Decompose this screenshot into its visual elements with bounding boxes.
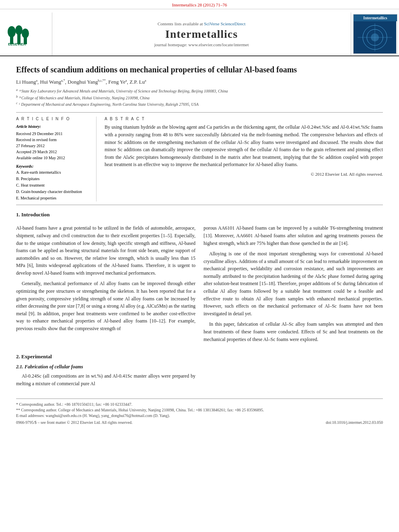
journal-header-center: Contents lists available at SciVerse Sci…	[52, 12, 351, 55]
article-title: Effects of scandium additions on mechani…	[16, 64, 383, 75]
footnotes-footer: * Corresponding author. Tel.: +86 187015…	[16, 398, 383, 425]
svg-point-6	[22, 29, 29, 38]
footnote-1: * Corresponding author. Tel.: +86 187015…	[16, 402, 383, 407]
accepted-date: Accepted 29 March 2012	[16, 149, 90, 155]
footnote-email: E-mail addresses: wanghui@ustb.edu.cn (H…	[16, 413, 383, 418]
section-1-title: 1. Introduction	[16, 212, 383, 218]
article-info-column: A R T I C L E I N F O Article history: R…	[16, 117, 97, 201]
section-2-1-title: 2.1. Fabrication of cellular foams	[16, 363, 195, 371]
article-info-header: A R T I C L E I N F O	[16, 117, 90, 121]
sciverse-link[interactable]: SciVerse ScienceDirect	[204, 21, 245, 26]
keyword-4: D. Grain-boundary character distribution	[16, 189, 90, 195]
footer-bottom: 0966-9795/$ – see front matter © 2012 El…	[16, 420, 383, 425]
introduction-body: Al-based foams have a great potential to…	[16, 224, 383, 346]
section-introduction: 1. Introduction Al-based foams have a gr…	[16, 212, 383, 346]
intro-para-3: porous AA6101 Al-based foams can be impr…	[204, 224, 383, 247]
footnote-2: ** Corresponding author. College of Mech…	[16, 408, 383, 412]
article-history: Article history: Received 29 December 20…	[16, 123, 90, 161]
thumb-label: Intermetallics	[354, 14, 397, 21]
intro-para-5: In this paper, fabrication of cellular A…	[204, 320, 383, 343]
experimental-col-right	[204, 353, 383, 390]
header-divider	[16, 112, 383, 113]
journal-header: ELSEVIER Contents lists available at Sci…	[0, 9, 399, 56]
section-experimental: 2. Experimental 2.1. Fabrication of cell…	[16, 353, 383, 390]
issn-info: 0966-9795/$ – see front matter © 2012 El…	[16, 420, 132, 425]
keyword-3: C. Heat treatment	[16, 182, 90, 189]
copyright: © 2012 Elsevier Ltd. All rights reserved…	[105, 172, 383, 177]
abstract-header: A B S T R A C T	[105, 117, 383, 121]
intro-col-left: Al-based foams have a great potential to…	[16, 224, 195, 346]
keyword-2: B. Precipitates	[16, 176, 90, 182]
svg-point-4	[15, 25, 23, 35]
section-2-title: 2. Experimental	[16, 353, 195, 361]
experimental-col-left: 2. Experimental 2.1. Fabrication of cell…	[16, 353, 195, 390]
affiliations: a ᵃ State Key Laboratory for Advanced Me…	[16, 88, 383, 107]
article-content: Effects of scandium additions on mechani…	[0, 56, 399, 433]
topbar-text: Intermetallics 28 (2012) 71–76	[172, 2, 227, 7]
journal-title: Intermetallics	[165, 28, 238, 41]
journal-homepage: journal homepage: www.elsevier.com/locat…	[154, 42, 249, 47]
intro-para-4: Alloying is one of the most important st…	[204, 250, 383, 317]
experimental-para-1: Al-0.24Sc (all compositions are in wt.%)…	[16, 372, 195, 387]
elsevier-logo-icon: ELSEVIER	[6, 22, 46, 46]
journal-cover-image	[354, 21, 396, 53]
keywords-label: Keywords:	[16, 164, 90, 168]
intro-col-right: porous AA6101 Al-based foams can be impr…	[204, 224, 383, 346]
authors-line: Li Huanga, Hui Wanga,*, Donghui Yangb,c,…	[16, 79, 383, 85]
journal-thumbnail-area: Intermetallics	[351, 12, 399, 55]
sciverse-line: Contents lists available at SciVerse Sci…	[158, 21, 245, 26]
intro-para-2: Generally, mechanical performance of Al …	[16, 280, 195, 332]
abstract-column: A B S T R A C T By using titanium hydrid…	[105, 117, 383, 201]
journal-reference: Intermetallics 28 (2012) 71–76	[0, 0, 399, 9]
keyword-1: A. Rare-earth intermetallics	[16, 169, 90, 176]
revised-label: Received in revised form	[16, 137, 90, 143]
received-date: Received 29 December 2011	[16, 131, 90, 137]
svg-point-2	[8, 26, 16, 37]
svg-text:ELSEVIER: ELSEVIER	[8, 42, 26, 46]
affiliation-c: c ᶜ Department of Mechanical and Aerospa…	[16, 101, 383, 107]
affiliation-b: b ᵇ College of Mechanics and Materials, …	[16, 94, 383, 101]
keywords-section: Keywords: A. Rare-earth intermetallics B…	[16, 164, 90, 201]
experimental-body: 2. Experimental 2.1. Fabrication of cell…	[16, 353, 383, 390]
available-date: Available online 10 May 2012	[16, 155, 90, 161]
abstract-text: By using titanium hydride as the blowing…	[105, 123, 383, 168]
history-label: Article history:	[16, 123, 90, 130]
keyword-5: E. Mechanical properties	[16, 195, 90, 201]
body-divider	[16, 205, 383, 205]
publisher-logo-area: ELSEVIER	[0, 12, 52, 55]
info-abstract-section: A R T I C L E I N F O Article history: R…	[16, 117, 383, 201]
affiliation-a: a ᵃ State Key Laboratory for Advanced Me…	[16, 88, 383, 94]
intro-para-1: Al-based foams have a great potential to…	[16, 224, 195, 277]
revised-date: 27 February 2012	[16, 143, 90, 149]
doi-info: doi:10.1016/j.intermet.2012.03.050	[326, 420, 383, 425]
